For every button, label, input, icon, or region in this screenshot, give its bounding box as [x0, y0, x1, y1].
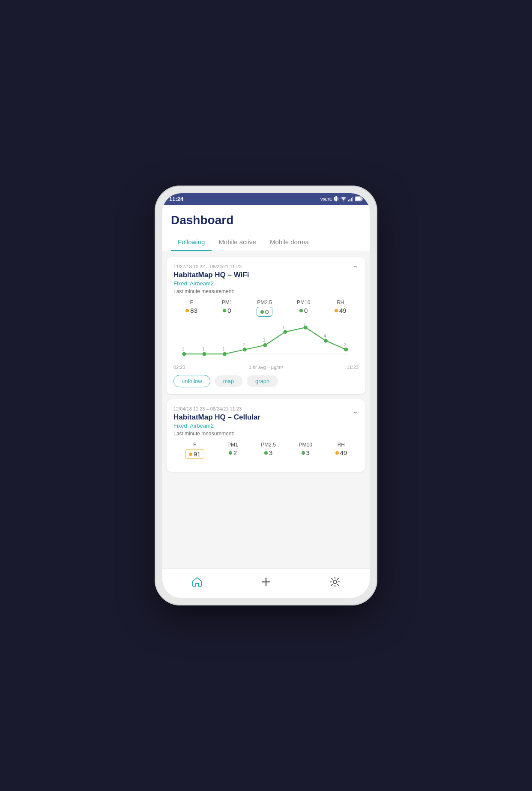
svg-point-3 — [343, 201, 344, 201]
session-card-1: 11/27/18 10:22 – 06/24/21 11:23 HabitatM… — [167, 257, 365, 394]
meas-PM1-2: PM1 2 — [227, 442, 238, 459]
chart-label-1: 1 — [202, 347, 205, 351]
chart-label-3: 2 — [242, 342, 245, 347]
card-last-meas-1: Last minute measurement: — [173, 288, 249, 294]
chart-label-5: 6 — [283, 325, 286, 330]
add-icon — [260, 576, 272, 590]
dot-RH-1 — [335, 309, 338, 312]
signal-icon — [348, 196, 353, 202]
svg-rect-0 — [334, 197, 335, 201]
session-card-2: 12/04/18 11:23 – 06/24/21 11:23 HabitatM… — [167, 399, 365, 472]
dot-PM25-1 — [260, 310, 264, 314]
chart-time-end-1: 11:23 — [347, 365, 359, 370]
tab-bar: Following Mobile active Mobile dorma — [171, 234, 361, 251]
dot-F-1 — [185, 309, 189, 312]
chart-point-1 — [203, 352, 206, 356]
status-bar: 11:24 VoLTE — [162, 193, 370, 205]
dot-PM10-1 — [299, 309, 303, 312]
card-date-2: 12/04/18 11:23 – 06/24/21 11:23 — [173, 406, 260, 411]
chart-point-3 — [243, 348, 247, 351]
unfollow-button[interactable]: unfollow — [173, 375, 210, 387]
wifi-icon — [341, 196, 347, 202]
tab-following[interactable]: Following — [171, 234, 212, 251]
chevron-up-icon-1[interactable]: ⌃ — [352, 264, 359, 273]
dot-F-2 — [189, 452, 192, 456]
chart-point-2 — [223, 352, 227, 356]
meas-F-2: F 91 — [185, 442, 205, 459]
svg-rect-5 — [350, 199, 350, 201]
graph-button[interactable]: graph — [247, 375, 278, 387]
chart-label-2: 1 — [222, 347, 225, 351]
meas-RH-2: RH 49 — [335, 442, 347, 459]
dot-PM1-2 — [229, 451, 232, 455]
card-title-2: HabitatMap HQ – Cellular — [173, 413, 260, 422]
page-title: Dashboard — [171, 213, 361, 227]
card-info-1: 11/27/18 10:22 – 06/24/21 11:23 HabitatM… — [173, 264, 249, 300]
vibrate-icon — [334, 196, 339, 202]
svg-point-14 — [333, 580, 337, 584]
card-date-1: 11/27/18 10:22 – 06/24/21 11:23 — [173, 264, 249, 269]
meas-PM25-1[interactable]: PM2.5 0 — [257, 300, 272, 317]
card-title-1: HabitatMap HQ – WiFi — [173, 271, 249, 279]
measurements-2: F 91 PM1 2 — [173, 442, 359, 459]
card-subtitle-1: Fixed: Airbeam2 — [173, 280, 249, 287]
card-header-2: 12/04/18 11:23 – 06/24/21 11:23 HabitatM… — [173, 406, 359, 442]
meas-F-1: F 83 — [185, 300, 197, 317]
meas-PM10-2: PM10 3 — [299, 442, 312, 459]
header-area: Dashboard Following Mobile active Mobile… — [162, 205, 370, 251]
home-icon — [191, 576, 203, 590]
tab-mobile-active[interactable]: Mobile active — [212, 234, 263, 251]
meas-PM1-1: PM1 0 — [222, 300, 233, 317]
settings-icon — [329, 576, 341, 590]
svg-rect-2 — [338, 197, 338, 201]
status-time: 11:24 — [169, 196, 183, 202]
phone-screen: 11:24 VoLTE — [162, 193, 370, 598]
map-button[interactable]: map — [215, 375, 242, 387]
phone-shell: 11:24 VoLTE — [155, 186, 377, 605]
nav-home[interactable] — [183, 574, 211, 593]
nav-add[interactable] — [252, 574, 280, 593]
chart-point-7 — [324, 339, 328, 343]
chart-point-4 — [263, 343, 267, 347]
dot-PM10-2 — [302, 451, 305, 455]
dot-RH-2 — [335, 451, 339, 455]
svg-rect-6 — [351, 198, 352, 201]
chart-label-0: 1 — [182, 347, 185, 351]
chart-label-8: 2 — [344, 342, 347, 347]
chart-point-0 — [182, 352, 186, 356]
bottom-nav — [162, 568, 370, 598]
chart-time-start-1: 02:23 — [173, 365, 185, 370]
svg-rect-9 — [356, 197, 361, 201]
card-info-2: 12/04/18 11:23 – 06/24/21 11:23 HabitatM… — [173, 406, 260, 442]
chart-1: 1 1 1 2 3 6 7 4 2 — [173, 323, 359, 363]
chart-unit-1: 1 hr avg – μg/m³ — [249, 365, 283, 370]
chart-footer-1: 02:23 1 hr avg – μg/m³ 11:23 — [173, 365, 359, 370]
chart-point-5 — [284, 330, 287, 334]
chart-label-6: 7 — [303, 323, 306, 327]
svg-rect-4 — [348, 200, 349, 201]
meas-RH-1: RH 49 — [335, 300, 347, 317]
svg-rect-1 — [335, 196, 337, 201]
svg-rect-10 — [362, 198, 363, 200]
chart-label-7: 4 — [323, 334, 326, 339]
sessions-list: 11/27/18 10:22 – 06/24/21 11:23 HabitatM… — [162, 251, 370, 478]
chart-svg-1: 1 1 1 2 3 6 7 4 2 — [173, 323, 359, 361]
meas-PM10-1: PM10 0 — [297, 300, 310, 317]
meas-PM25-2: PM2.5 3 — [261, 442, 276, 459]
tab-mobile-dorma[interactable]: Mobile dorma — [263, 234, 316, 251]
svg-rect-7 — [352, 197, 353, 201]
card-header-1: 11/27/18 10:22 – 06/24/21 11:23 HabitatM… — [173, 264, 359, 300]
battery-icon — [355, 196, 363, 202]
chart-label-4: 3 — [263, 338, 266, 343]
card-last-meas-2: Last minute measurement: — [173, 431, 260, 437]
card-subtitle-2: Fixed: Airbeam2 — [173, 422, 260, 429]
volte-icon: VoLTE — [320, 197, 332, 201]
chevron-down-icon-2[interactable]: ⌄ — [352, 406, 359, 416]
chart-point-8 — [344, 348, 348, 351]
nav-settings[interactable] — [321, 574, 349, 593]
card-actions-1: unfollow map graph — [173, 375, 359, 387]
dot-PM25-2 — [264, 451, 268, 455]
dot-PM1-1 — [223, 309, 226, 312]
app-content: Dashboard Following Mobile active Mobile… — [162, 205, 370, 568]
status-icons: VoLTE — [320, 196, 363, 202]
